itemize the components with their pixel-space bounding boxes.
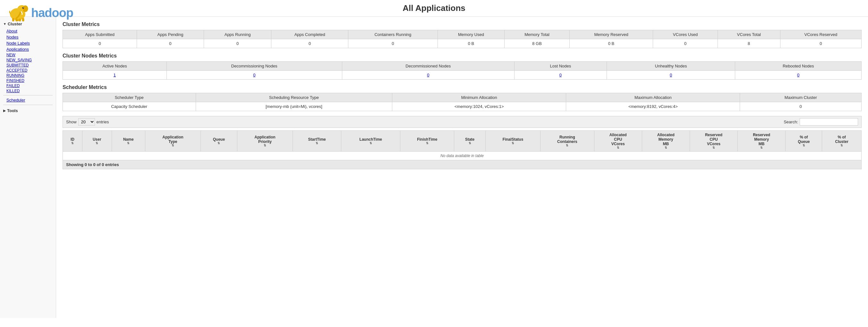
svg-rect-7 [19,19,21,22]
val-apps-pending: 0 [137,39,204,48]
scheduler-metrics-row: Capacity Scheduler [memory-mb (unit=Mi),… [63,102,862,111]
col-id[interactable]: ID ⇅ [63,131,83,152]
sidebar-item-scheduler[interactable]: Scheduler [0,97,56,103]
val-memory-total: 8 GB [504,39,569,48]
sidebar-item-submitted[interactable]: SUBMITTED [3,63,56,68]
col-apps-submitted: Apps Submitted [63,30,137,39]
search-input[interactable] [800,118,858,126]
sidebar-divider-2 [3,105,53,105]
cluster-arrow-icon: ▼ [3,22,6,26]
col-running-containers[interactable]: RunningContainers ⇅ [540,131,594,152]
svg-point-3 [23,7,24,9]
sidebar-divider [3,95,53,96]
search-label: Search: [784,119,798,124]
col-vcores-total: VCores Total [718,30,780,39]
col-finish-time[interactable]: FinishTime ⇅ [400,131,454,152]
tools-section: ▶ Tools [0,107,56,115]
val-scheduler-type: Capacity Scheduler [63,102,196,111]
sidebar-item-new[interactable]: NEW [3,52,56,57]
sidebar-item-node-labels[interactable]: Node Labels [0,40,56,46]
tools-label: Tools [7,108,18,113]
val-maximum-cluster: 0 [740,102,862,111]
col-user[interactable]: User ⇅ [82,131,112,152]
col-lost-nodes: Lost Nodes [514,62,607,71]
col-minimum-allocation: Minimum Allocation [392,93,566,102]
tools-arrow-icon: ▶ [3,109,6,112]
col-start-time[interactable]: StartTime ⇅ [292,131,341,152]
cluster-metrics-row: 0 0 0 0 0 0 B 8 GB 0 B 0 8 0 [63,39,862,48]
val-maximum-allocation: <memory:8192, vCores:4> [566,102,740,111]
no-data-row: No data available in table [63,152,862,160]
sidebar-item-killed[interactable]: KILLED [3,88,56,93]
col-reserved-memory[interactable]: ReservedMemoryMB ⇅ [738,131,785,152]
entries-select[interactable]: 10 20 50 100 [78,118,95,126]
col-apps-completed: Apps Completed [271,30,348,39]
sidebar-item-accepted[interactable]: ACCEPTED [3,68,56,73]
applications-data-table: ID ⇅ User ⇅ Name ⇅ ApplicationType ⇅ Que… [63,130,862,160]
col-final-status[interactable]: FinalStatus ⇅ [485,131,540,152]
val-active-nodes: 1 [63,71,167,80]
col-allocated-memory[interactable]: AllocatedMemoryMB ⇅ [642,131,690,152]
col-maximum-cluster: Maximum Cluster [740,93,862,102]
page-title: All Applications [403,3,465,13]
sidebar-item-finished[interactable]: FINISHED [3,78,56,83]
no-data-message: No data available in table [63,152,862,160]
app-states-section: NEW NEW_SAVING SUBMITTED ACCEPTED RUNNIN… [0,52,56,93]
val-apps-completed: 0 [271,39,348,48]
val-apps-running: 0 [204,39,271,48]
val-containers-running: 0 [348,39,437,48]
sidebar-item-about[interactable]: About [0,28,56,34]
val-memory-reserved: 0 B [569,39,653,48]
val-unhealthy-nodes: 0 [607,71,735,80]
cluster-metrics-title: Cluster Metrics [63,22,862,27]
col-pct-cluster[interactable]: % ofCluster ⇅ [822,131,862,152]
val-minimum-allocation: <memory:1024, vCores:1> [392,102,566,111]
footer-text: Showing 0 to 0 of 0 entries [66,162,119,167]
search-area: Search: [784,118,858,126]
sidebar-item-running[interactable]: RUNNING [3,73,56,78]
val-memory-used: 0 B [437,39,504,48]
col-reserved-cpu[interactable]: ReservedCPUVCores ⇅ [690,131,738,152]
val-rebooted-nodes: 0 [735,71,862,80]
val-apps-submitted: 0 [63,39,137,48]
col-vcores-used: VCores Used [653,30,718,39]
col-unhealthy-nodes: Unhealthy Nodes [607,62,735,71]
col-launch-time[interactable]: LaunchTime ⇅ [341,131,400,152]
col-apps-running: Apps Running [204,30,271,39]
entries-label: entries [97,119,109,124]
cluster-metrics-table: Apps Submitted Apps Pending Apps Running… [63,30,862,48]
val-lost-nodes: 0 [514,71,607,80]
cluster-section: ▼ Cluster About Nodes Node Labels Applic… [0,20,56,103]
val-vcores-total: 8 [718,39,780,48]
col-scheduler-type: Scheduler Type [63,93,196,102]
scheduler-metrics-title: Scheduler Metrics [63,84,862,90]
main-content: Cluster Metrics Apps Submitted Apps Pend… [56,17,868,318]
sidebar-item-new-saving[interactable]: NEW_SAVING [3,57,56,63]
col-apps-pending: Apps Pending [137,30,204,39]
col-allocated-cpu[interactable]: AllocatedCPUVCores ⇅ [594,131,642,152]
table-footer: Showing 0 to 0 of 0 entries [63,160,862,169]
col-active-nodes: Active Nodes [63,62,167,71]
logo-area: hadoop [6,3,73,23]
tools-header[interactable]: ▶ Tools [0,107,56,115]
svg-rect-6 [16,19,18,22]
sidebar-item-nodes[interactable]: Nodes [0,34,56,40]
col-application-priority[interactable]: ApplicationPriority ⇅ [237,131,293,152]
col-vcores-reserved: VCores Reserved [780,30,861,39]
sidebar-item-applications[interactable]: Applications [0,46,56,52]
val-decommissioning-nodes: 0 [166,71,342,80]
col-application-type[interactable]: ApplicationType ⇅ [145,131,200,152]
col-name[interactable]: Name ⇅ [112,131,145,152]
col-memory-used: Memory Used [437,30,504,39]
col-queue[interactable]: Queue ⇅ [200,131,237,152]
hadoop-elephant-icon [6,3,29,23]
show-label: Show [66,119,77,124]
sidebar-item-failed[interactable]: FAILED [3,83,56,88]
table-header-row: ID ⇅ User ⇅ Name ⇅ ApplicationType ⇅ Que… [63,131,862,152]
show-entries-control: Show 10 20 50 100 entries [66,118,109,126]
svg-point-2 [23,5,28,12]
col-pct-queue[interactable]: % ofQueue ⇅ [785,131,822,152]
col-state[interactable]: State ⇅ [454,131,485,152]
col-containers-running: Containers Running [348,30,437,39]
scheduler-metrics-table: Scheduler Type Scheduling Resource Type … [63,93,862,111]
